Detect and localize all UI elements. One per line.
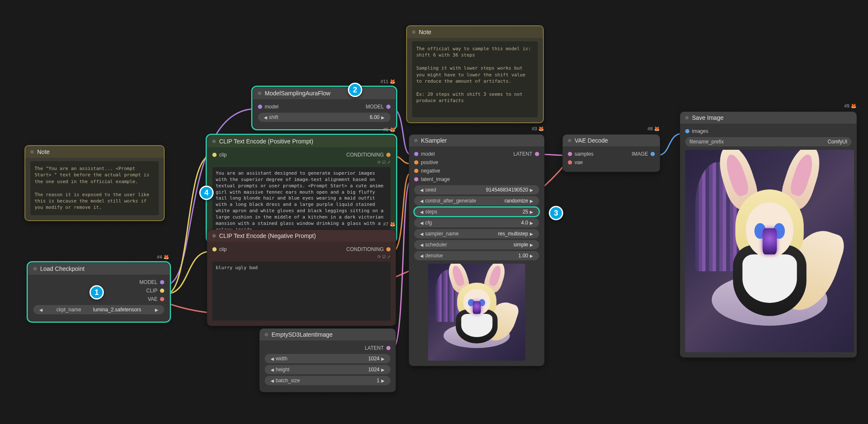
collapse-dot-icon[interactable] xyxy=(685,116,689,119)
node-header[interactable]: Load Checkpoint xyxy=(28,263,169,275)
port-latent-out-icon[interactable] xyxy=(386,346,391,350)
chevron-left-icon[interactable]: ◀ xyxy=(269,367,276,372)
chevron-left-icon[interactable]: ◀ xyxy=(269,378,276,383)
clip-negative-node[interactable]: #7 🦊 CLIP Text Encode (Negative Prompt) … xyxy=(207,230,396,326)
port-samples-in-icon[interactable] xyxy=(568,152,572,156)
collapse-dot-icon[interactable] xyxy=(212,234,216,238)
clip-positive-node[interactable]: #6 🦊 CLIP Text Encode (Positive Prompt) … xyxy=(207,135,396,242)
negative-prompt-textarea[interactable]: blurry ugly bad xyxy=(212,262,391,321)
note-node-sampling[interactable]: Note The official way to sample this mod… xyxy=(406,25,544,123)
save-image-node[interactable]: #9 🦊 Save Image images filename_prefix C… xyxy=(680,111,857,358)
port-latent-out-icon[interactable] xyxy=(535,152,539,156)
port-clip-icon[interactable] xyxy=(160,289,164,293)
port-model-in-icon[interactable] xyxy=(414,152,418,156)
collapse-dot-icon[interactable] xyxy=(265,333,268,336)
sampler-name-field[interactable]: ◀sampler_nameres_multistep▶ xyxy=(414,229,539,238)
port-clip-in-icon[interactable] xyxy=(212,247,217,251)
chevron-left-icon[interactable]: ◀ xyxy=(269,356,276,361)
chevron-right-icon[interactable]: ▶ xyxy=(528,221,535,225)
node-title: Note xyxy=(37,149,50,155)
node-header[interactable]: VAE Decode xyxy=(563,135,660,146)
scheduler-field[interactable]: ◀schedulersimple▶ xyxy=(414,240,539,249)
note-node-prompt[interactable]: Note The "You are an assistant... <Promp… xyxy=(24,145,165,221)
chevron-right-icon[interactable]: ▶ xyxy=(380,378,386,383)
node-header[interactable]: Note xyxy=(407,26,543,38)
collapse-dot-icon[interactable] xyxy=(258,92,261,95)
collapse-dot-icon[interactable] xyxy=(414,139,418,142)
node-header[interactable]: EmptySD3LatentImage xyxy=(260,329,396,340)
ksampler-preview-image[interactable] xyxy=(428,264,525,361)
note-text[interactable]: The "You are an assistant... <Prompt Sta… xyxy=(30,161,159,215)
chevron-right-icon[interactable]: ▶ xyxy=(528,243,535,247)
denoise-field[interactable]: ◀denoise1.00▶ xyxy=(414,251,539,260)
port-latent-in-icon[interactable] xyxy=(414,177,418,181)
save-image-preview[interactable] xyxy=(685,150,854,352)
steps-field[interactable]: ◀steps25▶ xyxy=(414,207,539,216)
chevron-right-icon[interactable]: ▶ xyxy=(528,232,535,236)
output-cond-label: CONDITIONING xyxy=(346,246,384,252)
control-after-generate-field[interactable]: ◀control_after_generaterandomize▶ xyxy=(414,196,539,205)
chevron-right-icon[interactable]: ▶ xyxy=(380,367,386,372)
model-sampling-node[interactable]: #11 🦊 ModelSamplingAuraFlow model MODEL … xyxy=(252,87,396,129)
chevron-left-icon[interactable]: ◀ xyxy=(418,254,425,258)
port-model-in-icon[interactable] xyxy=(258,105,262,109)
chevron-left-icon[interactable]: ◀ xyxy=(418,232,425,236)
collapse-dot-icon[interactable] xyxy=(412,30,415,34)
height-field[interactable]: ◀height1024▶ xyxy=(265,365,391,374)
chevron-right-icon[interactable]: ▶ xyxy=(528,199,535,203)
port-vae-icon[interactable] xyxy=(160,297,164,301)
cfg-field[interactable]: ◀cfg4.0▶ xyxy=(414,218,539,227)
empty-latent-node[interactable]: EmptySD3LatentImage LATENT ◀width1024▶ ◀… xyxy=(259,328,396,392)
batch-field[interactable]: ◀batch_size1▶ xyxy=(265,376,391,385)
chevron-left-icon[interactable]: ◀ xyxy=(418,210,425,214)
param-key: seed xyxy=(425,187,436,193)
port-images-in-icon[interactable] xyxy=(685,129,689,133)
seed-field[interactable]: ◀seed914548834190520▶ xyxy=(414,185,539,194)
positive-prompt-textarea[interactable]: You are an assistant designed to generat… xyxy=(212,167,391,236)
port-model-icon[interactable] xyxy=(160,280,164,284)
chevron-left-icon[interactable]: ◀ xyxy=(418,221,425,225)
node-mini-icons[interactable]: ⟳ ☑ ⤢ xyxy=(212,160,391,165)
chevron-left-icon[interactable]: ◀ xyxy=(418,199,425,203)
port-negative-in-icon[interactable] xyxy=(414,169,418,173)
collapse-dot-icon[interactable] xyxy=(568,139,571,142)
node-header[interactable]: Save Image xyxy=(680,112,857,124)
port-cond-out-icon[interactable] xyxy=(386,247,391,251)
note-text[interactable]: The official way to sample this model is… xyxy=(412,41,538,117)
chevron-right-icon[interactable]: ▶ xyxy=(528,254,535,258)
shift-field[interactable]: ◀ shift 6.00 ▶ xyxy=(258,113,391,122)
node-header[interactable]: CLIP Text Encode (Negative Prompt) xyxy=(207,230,396,242)
port-model-out-icon[interactable] xyxy=(386,105,391,109)
input-latent-label: latent_image xyxy=(421,176,450,182)
port-positive-in-icon[interactable] xyxy=(414,160,418,165)
chevron-right-icon[interactable]: ▶ xyxy=(380,115,386,120)
chevron-right-icon[interactable]: ▶ xyxy=(153,308,160,312)
port-vae-in-icon[interactable] xyxy=(568,160,572,165)
chevron-left-icon[interactable]: ◀ xyxy=(38,308,44,312)
port-clip-in-icon[interactable] xyxy=(212,153,217,157)
collapse-dot-icon[interactable] xyxy=(33,267,37,270)
chevron-right-icon[interactable]: ▶ xyxy=(528,210,535,214)
node-header[interactable]: ModelSamplingAuraFlow xyxy=(253,87,396,99)
chevron-left-icon[interactable]: ◀ xyxy=(418,243,425,247)
width-field[interactable]: ◀width1024▶ xyxy=(265,354,391,363)
chevron-right-icon[interactable]: ▶ xyxy=(380,356,386,361)
vae-decode-node[interactable]: #8 🦊 VAE Decode samples IMAGE vae xyxy=(562,134,660,172)
annotation-badge-1: 1 xyxy=(90,285,104,300)
param-key: height xyxy=(276,367,290,373)
chevron-left-icon[interactable]: ◀ xyxy=(418,188,425,192)
ckpt-name-field[interactable]: ◀ ckpt_name lumina_2.safetensors ▶ xyxy=(33,305,164,314)
node-header[interactable]: Note xyxy=(25,146,164,158)
collapse-dot-icon[interactable] xyxy=(30,150,34,154)
collapse-dot-icon[interactable] xyxy=(212,140,216,143)
node-mini-icons[interactable]: ⟳ ☑ ⤢ xyxy=(212,254,391,259)
input-clip-label: clip xyxy=(219,152,227,158)
chevron-right-icon[interactable]: ▶ xyxy=(528,188,535,192)
filename-prefix-field[interactable]: filename_prefix ComfyUI xyxy=(685,137,852,146)
ksampler-node[interactable]: #3 🦊 KSampler model LATENT positive nega… xyxy=(409,134,545,366)
port-cond-out-icon[interactable] xyxy=(386,153,391,157)
node-header[interactable]: CLIP Text Encode (Positive Prompt) xyxy=(207,135,396,147)
chevron-left-icon[interactable]: ◀ xyxy=(262,115,269,120)
node-header[interactable]: KSampler xyxy=(409,135,544,146)
port-image-out-icon[interactable] xyxy=(651,152,655,156)
